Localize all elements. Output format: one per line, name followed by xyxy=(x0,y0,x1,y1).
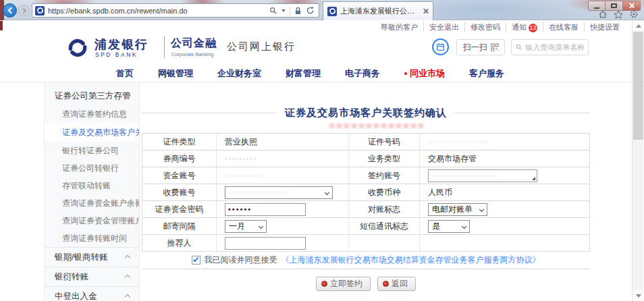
field-label-mailing-interval: 邮寄间隔 xyxy=(142,218,217,234)
tab-close-icon[interactable] xyxy=(423,8,429,14)
resize-handle-icon xyxy=(532,177,535,180)
sidebar-section-csdc-deposit-withdrawal[interactable]: 中登出入金 xyxy=(45,287,139,301)
browser-tab[interactable]: 上海浦东发展银行公司网上... xyxy=(323,1,433,20)
field-value-mailing-interval: 一月 xyxy=(217,218,349,234)
field-label-business-type: 业务类型 xyxy=(349,150,420,167)
web-page: 尊敬的客户 安全退出 修改密码 通知13 在线客服 快捷设置 浦发银行 SPD … xyxy=(0,20,644,301)
scroll-up-arrow[interactable] xyxy=(633,20,644,31)
sign-now-button[interactable]: 立即签约 xyxy=(316,277,371,291)
sidebar-section-derivatives-transfer[interactable]: 银衍转账 xyxy=(45,267,139,286)
menu-search-box[interactable] xyxy=(511,39,589,55)
redacted-notice-text xyxy=(329,124,424,128)
sidebar-item-market-customer-signing[interactable]: 证券及交易市场客户关联签.. xyxy=(45,123,139,142)
table-row: 资金账号 ············· 签约账号 ················… xyxy=(142,167,589,184)
forward-arrow-icon xyxy=(20,7,26,13)
agreement-checkbox[interactable] xyxy=(192,256,200,265)
nav-interbank-market[interactable]: 同业市场 xyxy=(404,67,445,80)
red-dot-icon xyxy=(383,281,389,287)
sidebar-item-query-fund-statement[interactable]: 查询证券资金管理账户对账.. xyxy=(45,212,139,229)
divider xyxy=(142,113,277,113)
menu-search-input[interactable] xyxy=(525,43,584,51)
field-label-sms-flag: 短信通讯标志 xyxy=(349,218,420,234)
scroll-down-arrow[interactable] xyxy=(633,290,644,301)
table-row: 收费账号 ···················· 收费币种 人民币 xyxy=(142,184,589,201)
field-label-fee-account: 收费账号 xyxy=(142,184,217,200)
fee-account-select[interactable]: ···················· xyxy=(225,186,333,199)
divider xyxy=(455,113,590,113)
field-label-document-type: 证件类型 xyxy=(142,134,217,150)
bank-name: 浦发银行 xyxy=(95,36,149,53)
sidebar-item-broker-to-bank[interactable]: 证券公司转银行 xyxy=(45,159,139,177)
chevron-down-icon xyxy=(479,207,484,211)
sidebar-section-third-party-depository[interactable]: 证券公司第三方存管 xyxy=(45,86,139,105)
tab-favicon xyxy=(327,7,337,16)
division-name: 公司金融 xyxy=(171,36,217,51)
mailing-interval-select[interactable]: 一月 xyxy=(225,220,267,233)
sidebar-item-query-transfer-time[interactable]: 查询证券转账时间 xyxy=(45,229,139,247)
scrollbar-thumb[interactable] xyxy=(633,32,643,140)
search-icon xyxy=(516,43,522,51)
chevron-down-icon xyxy=(462,223,466,228)
nav-ebank-management[interactable]: 网银管理 xyxy=(158,67,193,80)
reconciliation-flag-select[interactable]: 电邮对账单 xyxy=(428,203,487,216)
search-dropdown-caret-icon[interactable] xyxy=(281,9,286,12)
calendar-icon xyxy=(436,43,445,51)
checkmark-icon xyxy=(192,256,198,262)
field-label-referrer: 推荐人 xyxy=(142,235,217,251)
sidebar-section-futures-transfer[interactable]: 银期/银商转账 xyxy=(45,248,139,267)
chevron-down-icon xyxy=(325,190,329,194)
field-value-document-type: 营业执照 xyxy=(217,134,349,150)
search-icon[interactable] xyxy=(269,7,277,15)
field-value-broker-number: ········· xyxy=(217,150,349,167)
url-text[interactable]: https://ebank.spdb.com.cn/rewent/main.do xyxy=(48,7,266,15)
back-button[interactable]: 返回 xyxy=(377,277,416,291)
scan-label: 扫一扫 xyxy=(463,42,487,53)
page-title: 证券及交易市场客户关联签约确认 xyxy=(285,107,447,119)
empty-cell xyxy=(349,235,420,251)
address-bar[interactable]: https://ebank.spdb.com.cn/rewent/main.do xyxy=(32,3,319,18)
sidebar-item-linked-transfer[interactable]: 存管联动转账 xyxy=(45,177,139,194)
triangle-up-icon xyxy=(636,24,641,28)
fund-password-input[interactable] xyxy=(225,203,306,216)
nav-corporate-finance[interactable]: 企业财务室 xyxy=(217,67,261,80)
field-value-reconciliation-flag: 电邮对账单 xyxy=(420,201,591,217)
signing-form-table: 证件类型 营业执照 证件号码 ····················· 券商编… xyxy=(142,133,590,252)
site-favicon xyxy=(35,6,45,16)
page-title-row: 证券及交易市场客户关联签约确认 xyxy=(142,107,590,119)
sidebar-item-bank-to-broker[interactable]: 银行转证券公司 xyxy=(45,142,139,159)
divider xyxy=(290,6,290,16)
sms-flag-select[interactable]: 是 xyxy=(428,220,470,233)
browser-forward-button[interactable] xyxy=(18,5,30,16)
table-row: 推荐人 xyxy=(142,235,589,252)
refresh-icon[interactable] xyxy=(306,6,315,15)
nav-home[interactable]: 首页 xyxy=(116,67,134,80)
tab-title: 上海浦东发展银行公司网上... xyxy=(340,6,419,16)
browser-window: https://ebank.spdb.com.cn/rewent/main.do… xyxy=(0,0,644,301)
sidebar-item-query-fund-balance[interactable]: 查询证券资金账户余额 xyxy=(45,194,139,212)
minimize-icon xyxy=(594,7,599,9)
field-label-fee-currency: 收费币种 xyxy=(349,184,420,200)
main-navigation: 首页 网银管理 企业财务室 财富管理 电子商务 同业市场 客户服务 xyxy=(0,65,644,82)
agreement-link[interactable]: 《上海浦东发展银行交易市场交易结算资金存管业务客户服务两方协议》 xyxy=(281,254,541,266)
field-label-fund-account: 资金账号 xyxy=(142,167,217,184)
nav-ecommerce[interactable]: 电子商务 xyxy=(345,67,380,80)
signing-account-input[interactable]: ······················· xyxy=(428,169,537,182)
browser-back-button[interactable] xyxy=(3,3,17,18)
sidebar-item-query-signing-info[interactable]: 查询证券签约信息 xyxy=(45,105,139,123)
nav-wealth-management[interactable]: 财富管理 xyxy=(286,67,321,80)
scan-qr-button[interactable]: 扫一扫 xyxy=(456,39,505,55)
agreement-text: 我已阅读并同意接受 xyxy=(205,254,277,266)
form-actions: 立即签约 返回 xyxy=(142,277,590,291)
table-row: 邮寄间隔 一月 短信通讯标志 是 xyxy=(142,218,589,235)
account-links-bar: 尊敬的客户 安全退出 修改密码 通知13 在线客服 快捷设置 xyxy=(375,22,625,32)
triangle-down-icon xyxy=(636,294,641,298)
table-row: 证券资金密码 对账标志 电邮对账单 xyxy=(142,201,589,218)
calendar-button[interactable] xyxy=(432,38,449,55)
page-scrollbar[interactable] xyxy=(632,20,643,301)
settings-gear-icon[interactable] xyxy=(629,9,639,19)
referrer-input[interactable] xyxy=(225,237,306,250)
favorites-star-icon[interactable] xyxy=(614,10,623,19)
home-icon[interactable] xyxy=(598,10,608,19)
field-value-sms-flag: 是 xyxy=(420,218,591,234)
nav-customer-service[interactable]: 客户服务 xyxy=(469,67,504,80)
